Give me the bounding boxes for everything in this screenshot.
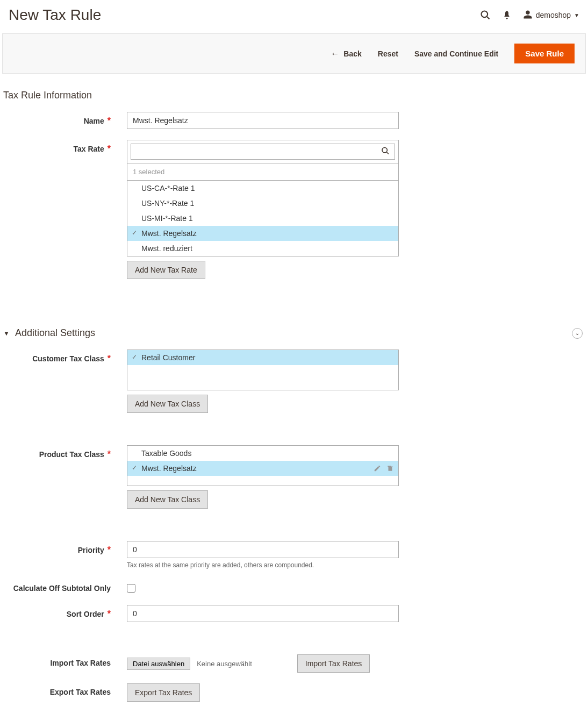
user-menu[interactable]: demoshop ▼	[523, 10, 579, 21]
sort-order-input[interactable]	[127, 605, 399, 622]
additional-settings-label: Additional Settings	[15, 327, 95, 339]
delete-icon[interactable]	[386, 465, 394, 472]
subtotal-checkbox[interactable]	[127, 584, 135, 593]
tax-rate-label: Tax Rate	[0, 140, 127, 154]
file-status-text: Keine ausgewählt	[197, 660, 252, 668]
edit-icon[interactable]	[374, 465, 381, 472]
save-button[interactable]: Save Rule	[514, 44, 575, 63]
product-tax-class-label: Product Tax Class	[0, 445, 127, 459]
add-tax-rate-button[interactable]: Add New Tax Rate	[127, 261, 205, 279]
svg-point-0	[481, 11, 487, 18]
user-icon	[523, 10, 533, 21]
export-tax-rates-button[interactable]: Export Tax Rates	[127, 683, 200, 702]
back-button[interactable]: ← Back	[331, 49, 361, 59]
export-label: Export Tax Rates	[0, 683, 127, 696]
file-select-button[interactable]: Datei auswählen	[127, 658, 190, 670]
search-icon[interactable]	[381, 147, 390, 157]
svg-point-2	[382, 148, 387, 153]
caret-down-icon: ▼	[574, 12, 579, 18]
user-name: demoshop	[536, 11, 571, 19]
priority-label: Priority	[0, 541, 127, 555]
tax-rate-option[interactable]: US-NY-*-Rate 1	[127, 196, 398, 211]
product-tax-class-option[interactable]: Taxable Goods	[127, 446, 398, 461]
tax-rate-selected-count: 1 selected	[127, 163, 399, 181]
notifications-icon[interactable]	[501, 10, 512, 20]
tax-rate-option[interactable]: Mwst. reduziert	[127, 241, 398, 256]
tax-rate-list: US-CA-*-Rate 1 US-NY-*-Rate 1 US-MI-*-Ra…	[127, 181, 399, 256]
save-continue-button[interactable]: Save and Continue Edit	[414, 49, 498, 58]
arrow-left-icon: ←	[331, 49, 339, 59]
add-product-tax-class-button[interactable]: Add New Tax Class	[127, 490, 208, 509]
customer-tax-class-option[interactable]: Retail Customer	[127, 350, 398, 365]
product-tax-class-option[interactable]: Mwst. Regelsatz	[127, 461, 398, 476]
svg-line-1	[486, 17, 489, 19]
reset-button[interactable]: Reset	[378, 49, 398, 58]
tax-rate-search-input[interactable]	[131, 144, 395, 160]
add-customer-tax-class-button[interactable]: Add New Tax Class	[127, 395, 208, 413]
svg-line-3	[386, 152, 389, 154]
collapse-circle-icon[interactable]: ⌄	[572, 328, 583, 339]
tax-rule-info-heading: Tax Rule Information	[0, 74, 588, 112]
sort-order-label: Sort Order	[0, 605, 127, 619]
page-title: New Tax Rule	[9, 6, 480, 24]
back-label: Back	[343, 49, 361, 58]
import-tax-rates-button[interactable]: Import Tax Rates	[297, 654, 370, 673]
customer-tax-class-label: Customer Tax Class	[0, 350, 127, 363]
action-bar: ← Back Reset Save and Continue Edit Save…	[2, 33, 586, 74]
tax-rate-option[interactable]: Mwst. Regelsatz	[127, 226, 398, 241]
priority-help-text: Tax rates at the same priority are added…	[127, 561, 399, 569]
product-tax-class-option-label: Mwst. Regelsatz	[141, 464, 197, 473]
subtotal-label: Calculate Off Subtotal Only	[0, 580, 127, 593]
product-tax-class-list: Taxable Goods Mwst. Regelsatz	[127, 445, 399, 486]
customer-tax-class-list: Retail Customer	[127, 350, 399, 390]
priority-input[interactable]	[127, 541, 399, 558]
name-input[interactable]	[127, 112, 399, 129]
additional-settings-heading[interactable]: ▼ Additional Settings ⌄	[0, 311, 588, 350]
collapse-caret-icon: ▼	[3, 330, 10, 337]
import-label: Import Tax Rates	[0, 654, 127, 667]
name-label: Name	[0, 112, 127, 126]
tax-rate-option[interactable]: US-MI-*-Rate 1	[127, 211, 398, 226]
search-icon[interactable]	[480, 10, 491, 20]
tax-rate-option[interactable]: US-CA-*-Rate 1	[127, 181, 398, 196]
